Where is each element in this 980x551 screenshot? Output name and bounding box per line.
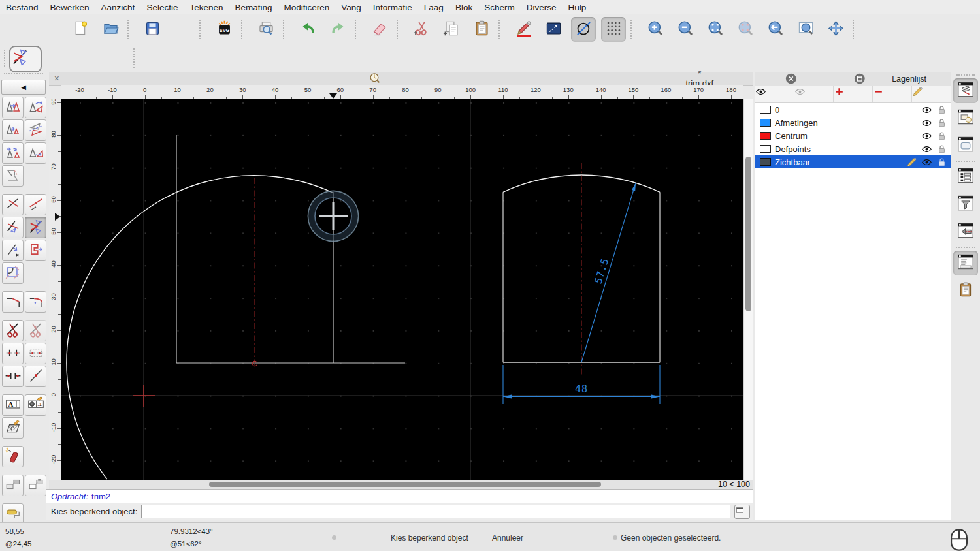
menu-item-hulp[interactable]: Hulp [562, 3, 592, 12]
clip-rectangle-tool-button[interactable] [2, 262, 24, 284]
explode-tool-button[interactable] [2, 446, 24, 467]
hide-all-layers-button[interactable] [794, 86, 834, 102]
export-svg-button[interactable]: SVG [212, 17, 237, 42]
new-file-button[interactable] [68, 17, 93, 42]
show-all-layers-button[interactable] [755, 86, 794, 102]
layer-row-defpoints[interactable]: Defpoints [755, 142, 951, 155]
menu-item-bewerken[interactable]: Bewerken [44, 3, 95, 12]
layer-color-swatch[interactable] [760, 132, 771, 140]
layer-visibility-icon[interactable] [921, 131, 932, 142]
project-tool-button[interactable] [2, 165, 24, 187]
break-gap-tool-button[interactable] [2, 366, 24, 387]
drawing-canvas[interactable]: 57.5 48 [61, 99, 743, 480]
layer-edit-icon[interactable] [906, 157, 917, 168]
move-copy-tool-button[interactable] [2, 97, 24, 118]
edit-pencil-button[interactable] [511, 17, 536, 42]
print-preview-button[interactable] [253, 17, 278, 42]
edit-text-tool-button[interactable]: A [2, 394, 24, 416]
copy-button[interactable] [439, 17, 464, 42]
palette-back-button[interactable]: ◀ [1, 80, 46, 95]
redo-button[interactable] [325, 17, 350, 42]
menu-item-bestand[interactable]: Bestand [0, 3, 44, 12]
current-tool-button[interactable] [9, 46, 42, 72]
scale-tool-button[interactable] [2, 119, 24, 141]
stretch-tool-button[interactable] [25, 240, 46, 261]
remove-layer-button[interactable] [873, 86, 912, 102]
auto-trim-tool-button[interactable] [2, 194, 24, 215]
command-window-button[interactable] [734, 505, 750, 519]
round-tool-button[interactable] [25, 291, 46, 313]
selection-filter-panel-button[interactable] [953, 192, 978, 217]
cut-button[interactable] [409, 17, 434, 42]
divide-tool-button[interactable] [2, 320, 24, 341]
save-file-button[interactable] [140, 17, 165, 42]
view-list-panel-button[interactable] [953, 165, 978, 189]
layer-lock-icon[interactable] [936, 118, 947, 129]
menu-item-tekenen[interactable]: Tekenen [184, 3, 229, 12]
split-point-tool-button[interactable] [25, 366, 46, 387]
menu-item-vang[interactable]: Vang [335, 3, 367, 12]
layer-lock-icon[interactable] [936, 104, 947, 116]
layer-row-centrum[interactable]: Centrum [755, 129, 951, 142]
command-line-panel-button[interactable] [953, 251, 978, 276]
layer-visibility-icon[interactable] [921, 118, 932, 129]
menu-item-aanzicht[interactable]: Aanzicht [95, 3, 141, 12]
rotate-tool-button[interactable] [25, 97, 46, 118]
layer-row-0[interactable]: 0 [755, 103, 951, 116]
break-out-manual-tool-button[interactable] [25, 343, 46, 364]
horizontal-scrollbar[interactable]: 10 < 100 [49, 480, 753, 489]
menu-item-bemating[interactable]: Bemating [229, 3, 278, 12]
horizontal-scroll-thumb[interactable] [209, 482, 601, 487]
edit-layer-button[interactable] [912, 86, 951, 102]
close-document-icon[interactable]: × [52, 73, 62, 84]
undo-button[interactable] [295, 17, 320, 42]
erase-button[interactable] [367, 17, 392, 42]
zoom-auto-button[interactable] [703, 17, 728, 42]
edit-block-tool-button[interactable] [25, 475, 46, 496]
create-block-tool-button[interactable] [2, 475, 24, 496]
rotate-two-tool-button[interactable] [25, 142, 46, 164]
break-out-point-tool-button[interactable] [25, 194, 46, 215]
layer-visibility-icon[interactable] [921, 157, 932, 168]
auto-zoom-icon[interactable] [65, 72, 685, 85]
layer-visibility-icon[interactable] [921, 144, 932, 155]
layer-list-panel-button[interactable] [953, 78, 978, 103]
menu-item-scherm[interactable]: Scherm [478, 3, 521, 12]
paste-button[interactable] [469, 17, 494, 42]
layer-lock-icon[interactable] [936, 131, 947, 142]
menu-item-modificeren[interactable]: Modificeren [278, 3, 336, 12]
library-browser-panel-button[interactable] [953, 133, 978, 158]
break-out-segment-tool-button[interactable] [2, 343, 24, 364]
layer-row-zichtbaar[interactable]: Zichtbaar [755, 155, 951, 168]
open-file-button[interactable] [98, 17, 123, 42]
menu-item-blok[interactable]: Blok [449, 3, 478, 12]
edit-hatch-tool-button[interactable] [2, 417, 24, 439]
menu-item-selectie[interactable]: Selectie [140, 3, 184, 12]
property-editor-panel-button[interactable] [953, 278, 978, 303]
trim-both-tool-button[interactable] [25, 217, 46, 238]
block-list-panel-button[interactable] [953, 106, 978, 131]
float-panel-icon[interactable] [827, 72, 892, 86]
menu-item-laag[interactable]: Laag [418, 3, 449, 12]
layer-color-swatch[interactable] [760, 158, 771, 166]
layer-visibility-icon[interactable] [921, 104, 932, 116]
layer-row-afmetingen[interactable]: Afmetingen [755, 116, 951, 129]
vertical-scrollbar[interactable] [743, 99, 753, 480]
mirror-tool-button[interactable] [25, 119, 46, 141]
layer-color-swatch[interactable] [760, 106, 771, 114]
named-views-panel-button[interactable] [953, 219, 978, 244]
edit-dimension-tool-button[interactable]: .1 [25, 394, 46, 416]
selection-tool-button[interactable] [541, 17, 566, 42]
entity-style-button[interactable] [571, 17, 596, 42]
layer-color-swatch[interactable] [760, 119, 771, 127]
trim-tool-button[interactable] [2, 217, 24, 238]
layer-lock-icon[interactable] [936, 157, 947, 168]
zoom-window-button[interactable] [793, 17, 818, 42]
zoom-out-button[interactable] [673, 17, 698, 42]
layer-lock-icon[interactable] [936, 144, 947, 155]
lengthen-tool-button[interactable] [2, 240, 24, 261]
zoom-in-button[interactable] [643, 17, 668, 42]
close-panel-icon[interactable] [759, 72, 824, 86]
vertical-scroll-thumb[interactable] [745, 157, 751, 311]
command-input[interactable] [141, 505, 730, 518]
